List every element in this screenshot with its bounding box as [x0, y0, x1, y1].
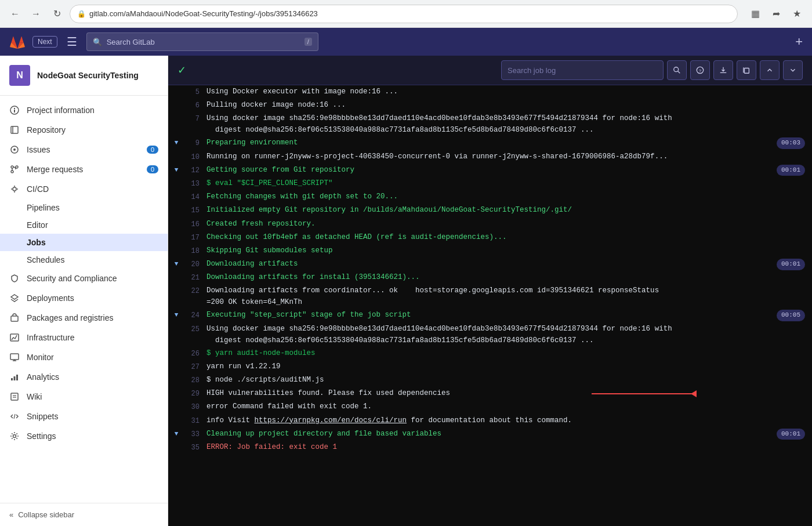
- svg-point-11: [13, 187, 16, 191]
- log-line-error: 35 ERROR: Job failed: exit code 1: [168, 441, 812, 454]
- log-line-number: 33: [184, 428, 206, 440]
- address-bar[interactable]: 🔒 gitlab.com/aMahdaoui/NodeGoat-Security…: [70, 5, 738, 23]
- log-section-artifacts[interactable]: ▼ 20 Downloading artifacts 00:01: [168, 257, 812, 271]
- share-button[interactable]: ➦: [768, 6, 784, 22]
- log-expand-placeholder: [168, 361, 184, 372]
- sidebar-item-security[interactable]: Security and Compliance: [0, 269, 168, 288]
- log-duration-badge: 00:01: [777, 259, 805, 270]
- sidebar-nav: Project information Repository Issues 0: [0, 96, 168, 503]
- security-icon: [9, 273, 20, 284]
- forward-button[interactable]: →: [28, 6, 44, 22]
- log-expand-placeholder: [168, 231, 184, 243]
- gitlab-logo: [9, 34, 26, 50]
- search-submit-button[interactable]: [667, 60, 687, 80]
- scroll-up-button[interactable]: [760, 60, 780, 80]
- log-expand-placeholder: [168, 347, 184, 359]
- log-section-step-script[interactable]: ▼ 24 Executing "step_script" stage of th…: [168, 309, 812, 322]
- search-job-log-container: ?: [501, 60, 803, 80]
- sidebar-subitem-jobs[interactable]: Jobs: [0, 234, 168, 251]
- sidebar-item-label-snippets: Snippets: [27, 412, 58, 421]
- project-name: NodeGoat SecurityTesting: [37, 71, 139, 80]
- copy-button[interactable]: [737, 60, 756, 80]
- sidebar-item-snippets[interactable]: Snippets: [0, 407, 168, 426]
- log-expand-placeholder: [168, 99, 184, 111]
- svg-rect-20: [11, 393, 18, 400]
- search-icon: 🔍: [93, 38, 102, 46]
- search-shortcut: /: [304, 38, 312, 46]
- sidebar-item-merge-requests[interactable]: Merge requests 0: [0, 159, 168, 179]
- job-log-toolbar: ✓ ?: [168, 56, 812, 85]
- svg-point-7: [11, 166, 13, 168]
- packages-icon: [9, 313, 20, 323]
- back-button[interactable]: ←: [7, 6, 23, 22]
- log-expand-button[interactable]: ▼: [168, 258, 184, 270]
- log-line-number: 13: [184, 177, 206, 190]
- sidebar-subitem-schedules[interactable]: Schedules: [0, 251, 168, 269]
- sidebar-item-cicd[interactable]: CI/CD: [0, 179, 168, 199]
- sidebar-item-label-merge-requests: Merge requests: [27, 165, 83, 174]
- sidebar-item-issues[interactable]: Issues 0: [0, 140, 168, 159]
- log-expand-placeholder: [168, 177, 184, 189]
- svg-rect-13: [10, 334, 19, 341]
- download-button[interactable]: [713, 60, 733, 80]
- sidebar-subitem-editor[interactable]: Editor: [0, 216, 168, 234]
- merge-requests-icon: [9, 164, 20, 175]
- sidebar-subitem-pipelines[interactable]: Pipelines: [0, 199, 168, 216]
- cast-button[interactable]: ▦: [747, 6, 763, 22]
- log-expand-placeholder: [168, 271, 184, 283]
- sidebar-item-analytics[interactable]: Analytics: [0, 367, 168, 387]
- hamburger-button[interactable]: ☰: [64, 32, 79, 51]
- svg-rect-3: [11, 126, 18, 133]
- sidebar-item-monitor[interactable]: Monitor: [0, 347, 168, 367]
- sidebar-item-project-info[interactable]: Project information: [0, 100, 168, 120]
- help-button[interactable]: ?: [690, 60, 710, 80]
- log-expand-button[interactable]: ▼: [168, 137, 184, 148]
- svg-rect-30: [745, 68, 749, 74]
- sidebar-item-label-settings: Settings: [27, 431, 56, 441]
- log-line-text: info Visit https://yarnpkg.com/en/docs/c…: [206, 415, 812, 426]
- log-line-number: 9: [184, 137, 206, 149]
- svg-line-23: [14, 414, 15, 419]
- search-job-log-input[interactable]: [501, 60, 664, 80]
- svg-point-24: [13, 435, 16, 438]
- log-duration-badge: 00:03: [777, 137, 805, 149]
- sidebar-item-settings[interactable]: Settings: [0, 426, 168, 446]
- log-line-number: 14: [184, 191, 206, 203]
- log-line-number: 20: [184, 258, 206, 270]
- log-expand-button[interactable]: ▼: [168, 309, 184, 321]
- log-expand-button[interactable]: ▼: [168, 428, 184, 440]
- job-log: 5 Using Docker executor with image node:…: [168, 85, 812, 454]
- log-line: 22 Downloading artifacts from coordinato…: [168, 284, 812, 309]
- download-icon: [719, 66, 727, 74]
- sidebar-item-infrastructure[interactable]: Infrastructure: [0, 328, 168, 347]
- log-line: 31 info Visit https://yarnpkg.com/en/doc…: [168, 414, 812, 427]
- log-section-git[interactable]: ▼ 12 Getting source from Git repository …: [168, 164, 812, 177]
- log-line-text: Using Docker executor with image node:16…: [206, 86, 812, 97]
- sidebar-item-repository[interactable]: Repository: [0, 120, 168, 140]
- log-expand-button[interactable]: ▼: [168, 164, 184, 176]
- log-line: 5 Using Docker executor with image node:…: [168, 85, 812, 99]
- next-button[interactable]: Next: [32, 36, 57, 48]
- sidebar-item-wiki[interactable]: Wiki: [0, 387, 168, 407]
- issues-icon: [9, 144, 20, 155]
- log-line-text: $ eval "$CI_PRE_CLONE_SCRIPT": [206, 177, 812, 189]
- log-expand-placeholder: [168, 204, 184, 216]
- sidebar-item-packages[interactable]: Packages and registries: [0, 308, 168, 328]
- log-section-preparing[interactable]: ▼ 9 Preparing environment 00:03: [168, 136, 812, 150]
- svg-point-9: [16, 166, 18, 168]
- log-expand-placeholder: [168, 151, 184, 162]
- sidebar-item-deployments[interactable]: Deployments: [0, 288, 168, 308]
- refresh-button[interactable]: ↻: [49, 6, 65, 22]
- gitlab-search[interactable]: 🔍 Search GitLab /: [86, 32, 318, 51]
- log-line-text: Created fresh repository.: [206, 218, 812, 230]
- sidebar-item-label-wiki: Wiki: [27, 392, 42, 401]
- log-section-cleanup[interactable]: ▼ 33 Cleaning up project directory and f…: [168, 427, 812, 441]
- bookmark-button[interactable]: ★: [789, 6, 805, 22]
- sidebar-item-label-packages: Packages and registries: [27, 313, 113, 322]
- log-line-text: Initialized empty Git repository in /bui…: [206, 204, 812, 216]
- collapse-sidebar-button[interactable]: « Collapse sidebar: [0, 503, 168, 526]
- add-button[interactable]: +: [795, 34, 803, 49]
- scroll-down-button[interactable]: [783, 60, 803, 80]
- browser-bar: ← → ↻ 🔒 gitlab.com/aMahdaoui/NodeGoat-Se…: [0, 0, 812, 28]
- collapse-label: Collapse sidebar: [18, 510, 74, 519]
